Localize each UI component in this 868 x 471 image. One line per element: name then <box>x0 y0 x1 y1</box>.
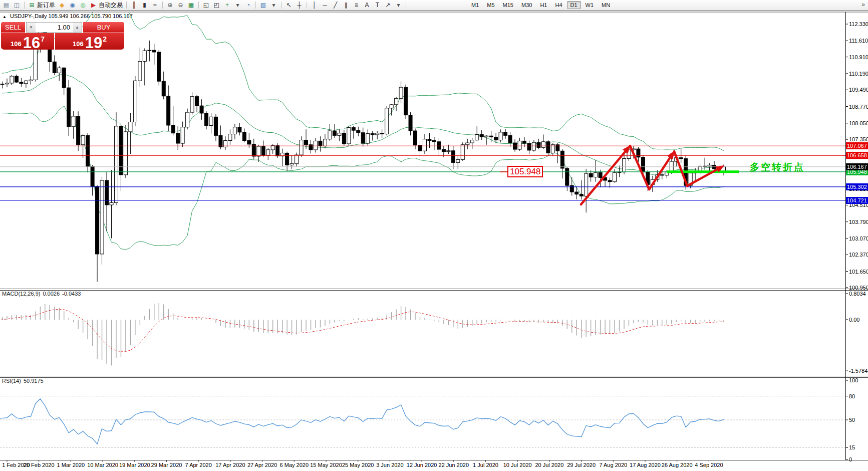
candle <box>342 133 346 144</box>
rsi-axis-label: 100 <box>849 377 858 383</box>
sell-price-sup: 7 <box>41 35 45 43</box>
candle <box>637 149 640 157</box>
candle <box>314 141 318 150</box>
mt4-window: ▤◫⊞新订单◆◉◎▶自动交易║▮≈⊕⊖▦◱◰+▾◔▧▾↖┼│─╱∥≡AT↗▾M1… <box>0 0 868 471</box>
candle <box>594 172 598 177</box>
macd-signal-value: -0.0433 <box>62 291 81 297</box>
date-label: 10 Jul 2020 <box>503 462 532 468</box>
candle <box>679 158 683 159</box>
candle <box>209 117 213 125</box>
candle <box>580 194 583 196</box>
volume-stepper: ▼ 1.00 ▲ <box>26 22 82 33</box>
date-label: 12 Jun 2020 <box>407 462 437 468</box>
candle <box>157 52 161 81</box>
candle <box>195 97 199 106</box>
candle <box>361 133 365 143</box>
rsi-value: 50.9175 <box>24 378 44 384</box>
candle <box>380 133 384 134</box>
annotation-text[interactable]: 多空转折点 <box>750 161 805 174</box>
buy-price-display[interactable]: 106 19 2 <box>55 33 124 50</box>
axis-tick-label: 103.790 <box>849 219 868 225</box>
candle <box>461 145 464 160</box>
axis-tick-label: 110.190 <box>849 71 868 77</box>
candle <box>475 134 479 140</box>
candle <box>319 141 322 146</box>
candle <box>423 139 426 151</box>
candle <box>290 164 294 165</box>
sell-button[interactable]: SELL <box>1 22 25 33</box>
candle <box>338 133 341 136</box>
candle <box>532 142 535 150</box>
date-label: 29 Mar 2020 <box>151 462 182 468</box>
macd-signal-line <box>0 309 724 352</box>
volume-down-icon[interactable]: ▼ <box>27 23 36 32</box>
candle <box>522 141 526 143</box>
chart-plot-area[interactable] <box>0 0 868 471</box>
collapse-panel-icon[interactable]: ▲ <box>3 15 7 19</box>
candle <box>546 142 550 153</box>
candle <box>489 136 493 137</box>
macd-axis-label: 0.8034 <box>849 291 866 297</box>
date-label: 3 Jun 2020 <box>376 462 403 468</box>
candle <box>24 81 28 84</box>
candle <box>300 140 303 155</box>
candle <box>214 117 217 135</box>
date-label: 4 Sep 2020 <box>695 462 723 468</box>
candle <box>129 122 132 132</box>
candle <box>432 140 436 141</box>
candle <box>456 159 460 162</box>
candle <box>347 128 351 144</box>
candle <box>295 155 299 164</box>
sell-price-big: 16 <box>23 36 40 50</box>
date-label: 7 Apr 2020 <box>185 462 212 468</box>
sell-price-prefix: 106 <box>11 40 22 48</box>
candle <box>1 84 4 85</box>
candle <box>271 146 274 150</box>
candle <box>366 134 370 143</box>
candle <box>494 137 498 140</box>
volume-up-icon[interactable]: ▲ <box>73 23 82 32</box>
date-label: 7 Aug 2020 <box>599 462 627 468</box>
candle <box>447 151 450 152</box>
volume-input[interactable]: 1.00 <box>36 23 73 32</box>
candle <box>442 149 445 152</box>
candles-layer <box>1 24 726 282</box>
candle <box>62 68 66 88</box>
candle <box>34 49 37 80</box>
candle <box>228 134 232 141</box>
sell-price-display[interactable]: 106 16 7 <box>1 33 54 50</box>
candle <box>186 112 189 127</box>
chart-symbol-period: USDJPY-,Daily <box>10 13 47 19</box>
chart-title: ▲ USDJPY-,Daily 105.949 106.266 105.790 … <box>3 13 133 19</box>
candle <box>404 87 408 115</box>
trend-zigzag-arrows[interactable] <box>581 146 724 204</box>
candle <box>323 139 327 146</box>
candle <box>470 140 474 143</box>
candle <box>181 127 184 143</box>
axis-tick-label: 100.950 <box>849 285 868 291</box>
macd-axis-label: 0.00 <box>849 317 859 323</box>
chart-ohlc-values: 105.949 106.266 105.790 106.167 <box>49 13 133 19</box>
candle <box>67 88 71 127</box>
candle <box>152 50 156 52</box>
date-label: 19 Mar 2020 <box>119 462 150 468</box>
candle <box>385 108 389 134</box>
candle <box>167 96 170 125</box>
price-badge: 107.067 <box>846 142 868 149</box>
candle <box>537 142 540 147</box>
candle <box>565 168 569 185</box>
candle <box>527 143 531 150</box>
candle <box>560 151 564 168</box>
candle <box>261 146 265 155</box>
axis-tick-label: 112.330 <box>849 21 868 27</box>
candle <box>285 153 289 165</box>
candle <box>708 165 711 166</box>
rsi-axis-label: 15 <box>849 444 855 450</box>
candle <box>508 135 512 143</box>
candle <box>247 140 251 144</box>
candle <box>176 133 180 143</box>
price-level-label[interactable]: 105.948 <box>507 166 543 177</box>
rsi-axis-label: 50 <box>849 417 855 423</box>
candle <box>162 81 165 96</box>
buy-button[interactable]: BUY <box>83 22 124 33</box>
